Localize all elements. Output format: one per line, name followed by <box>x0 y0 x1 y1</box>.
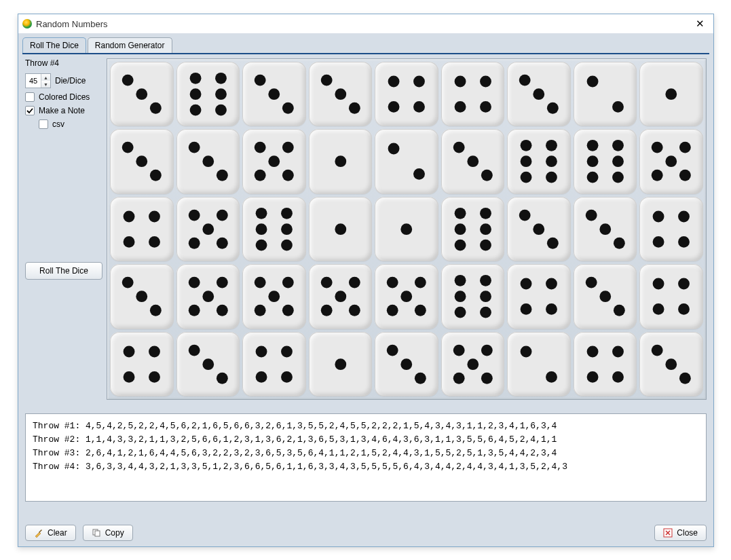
svg-point-68 <box>216 209 227 221</box>
svg-point-27 <box>612 101 624 113</box>
die-face <box>507 197 571 261</box>
svg-point-10 <box>268 88 280 100</box>
svg-point-118 <box>415 305 426 316</box>
svg-point-4 <box>215 73 227 84</box>
copy-button-label: Copy <box>105 528 124 538</box>
svg-point-67 <box>188 209 200 221</box>
csv-checkbox[interactable] <box>39 119 48 129</box>
svg-point-78 <box>335 223 346 235</box>
close-button[interactable]: Close <box>654 525 707 541</box>
make-note-label: Make a Note <box>39 106 85 115</box>
window-close-button[interactable]: ✕ <box>690 17 709 31</box>
die-face <box>639 332 703 396</box>
dialog-window: Random Numbers ✕ Roll The Dice Random Ge… <box>18 14 714 547</box>
svg-point-162 <box>652 344 663 356</box>
svg-point-138 <box>124 371 135 383</box>
svg-point-139 <box>149 371 160 383</box>
window-title: Random Numbers <box>36 19 108 29</box>
svg-point-15 <box>388 76 400 88</box>
svg-point-57 <box>612 172 624 183</box>
die-face <box>309 332 373 396</box>
svg-point-37 <box>268 156 280 168</box>
svg-point-63 <box>124 210 135 222</box>
svg-point-84 <box>454 239 466 250</box>
svg-point-124 <box>480 307 491 318</box>
svg-point-14 <box>349 102 360 114</box>
roll-the-dice-button[interactable]: Roll The Dice <box>25 262 102 280</box>
svg-point-19 <box>454 76 466 88</box>
die-face <box>507 264 571 329</box>
svg-point-104 <box>255 277 266 288</box>
clear-button[interactable]: Clear <box>25 525 76 541</box>
tab-random-generator[interactable]: Random Generator <box>88 37 172 53</box>
die-face <box>507 129 571 193</box>
throw-label: Throw #4 <box>25 58 102 68</box>
roll-button-label: Roll The Dice <box>39 266 88 276</box>
svg-point-35 <box>255 142 266 153</box>
svg-point-11 <box>282 102 294 114</box>
svg-point-60 <box>666 156 677 168</box>
svg-point-53 <box>612 140 624 151</box>
die-face <box>441 264 505 329</box>
copy-icon <box>92 528 101 538</box>
die-face <box>441 62 505 126</box>
colored-dices-checkbox[interactable] <box>25 92 35 102</box>
die-face <box>110 332 174 396</box>
svg-point-9 <box>255 75 266 86</box>
svg-point-111 <box>335 291 346 302</box>
svg-point-86 <box>519 209 531 221</box>
svg-point-40 <box>335 156 346 168</box>
svg-point-48 <box>521 156 532 168</box>
svg-point-109 <box>320 277 332 288</box>
die-face <box>309 62 373 126</box>
svg-point-154 <box>453 372 465 384</box>
die-face <box>242 332 306 396</box>
svg-point-43 <box>453 142 465 153</box>
svg-rect-166 <box>95 531 100 536</box>
svg-point-126 <box>546 278 557 290</box>
svg-point-125 <box>521 278 532 290</box>
svg-point-90 <box>599 223 611 235</box>
die-face <box>639 264 703 329</box>
log-output[interactable]: Throw #1: 4,5,4,2,5,2,2,4,5,6,2,1,6,5,6,… <box>25 413 707 502</box>
tab-strip: Roll The Dice Random Generator <box>18 33 713 54</box>
svg-point-106 <box>268 291 280 302</box>
svg-point-149 <box>401 358 413 370</box>
svg-point-58 <box>652 142 663 153</box>
svg-point-62 <box>679 170 691 181</box>
die-face <box>375 332 438 396</box>
stepper-down-icon[interactable]: ▼ <box>41 81 50 88</box>
client-area: Roll The Dice Random Generator Throw #4 … <box>18 33 713 546</box>
die-face <box>574 62 637 126</box>
svg-point-133 <box>679 278 690 290</box>
make-note-checkbox[interactable] <box>25 106 35 115</box>
svg-point-30 <box>136 156 147 168</box>
svg-point-98 <box>150 305 162 316</box>
svg-point-96 <box>122 277 134 288</box>
copy-button[interactable]: Copy <box>83 525 133 541</box>
tab-roll-the-dice[interactable]: Roll The Dice <box>22 37 86 53</box>
stepper-up-icon[interactable]: ▲ <box>41 74 50 81</box>
svg-point-128 <box>546 303 557 315</box>
die-face <box>574 332 637 396</box>
svg-point-141 <box>202 358 214 370</box>
die-face <box>574 197 637 261</box>
svg-point-143 <box>256 346 267 357</box>
svg-point-114 <box>387 277 398 288</box>
svg-point-85 <box>480 239 491 250</box>
die-face <box>507 62 571 126</box>
colored-dices-label: Colored Dices <box>39 92 90 102</box>
svg-point-12 <box>320 75 332 86</box>
die-face <box>441 332 505 396</box>
die-count-stepper[interactable]: 45 ▲ ▼ <box>25 73 51 88</box>
svg-point-0 <box>122 75 134 86</box>
svg-point-147 <box>335 358 346 370</box>
die-face <box>176 129 240 193</box>
die-face <box>242 62 306 126</box>
svg-point-99 <box>188 277 200 288</box>
svg-point-123 <box>454 307 466 318</box>
svg-point-65 <box>124 236 135 248</box>
close-icon <box>663 528 673 538</box>
svg-point-5 <box>189 88 201 100</box>
svg-point-135 <box>679 303 690 315</box>
